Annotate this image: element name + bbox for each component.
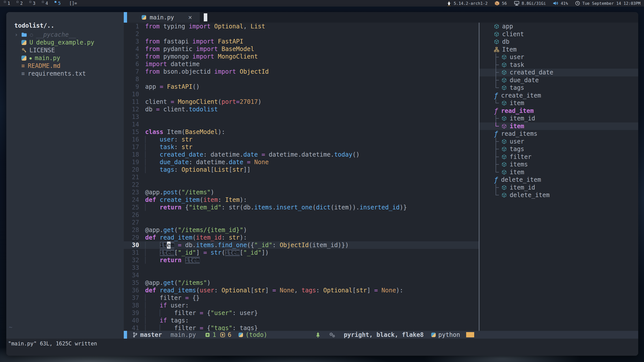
code-line-35[interactable]: 35@app.get("/items") <box>124 279 479 287</box>
outline-item-item[interactable]: item <box>479 168 638 176</box>
outline-item-item_id[interactable]: item_id <box>479 184 638 192</box>
command-line[interactable]: "main.py" 63L, 1625C written <box>6 339 638 356</box>
code-line-37[interactable]: 37▏ filter = {} <box>124 294 479 302</box>
workspace-label: 5 <box>58 1 61 6</box>
code-line-16[interactable]: 16▏ user: str <box>124 136 479 143</box>
tab-main-py[interactable]: main.py × <box>127 12 200 23</box>
file-tree-panel[interactable]: todolist/.. ›◌__pycache__Udebug_example.… <box>6 12 124 339</box>
code-line-6[interactable]: 6import datetime <box>124 60 479 68</box>
outline-item-item_id[interactable]: item_id <box>479 115 638 122</box>
code-line-20[interactable]: 20▏ tags: Optional[List[str]] <box>124 166 479 173</box>
code-line-34[interactable]: 34 <box>124 272 479 279</box>
outline-item-app[interactable]: app <box>479 23 638 30</box>
outline-item-item[interactable]: item <box>479 122 638 130</box>
code-line-7[interactable]: 7from bson.objectid import ObjectId <box>124 68 479 75</box>
code-line-36[interactable]: 36def read_items(user: Optional[str] = N… <box>124 287 479 294</box>
chevron-right-icon[interactable]: › <box>15 31 18 38</box>
workspace-4[interactable]: 4 <box>41 1 50 6</box>
code-line-17[interactable]: 17▏ task: str <box>124 143 479 151</box>
code-line-9[interactable]: 9app = FastAPI() <box>124 83 479 90</box>
code-line-25[interactable]: 25▏ return {"item_id": str(db.items.inse… <box>124 204 479 211</box>
code-line-18[interactable]: 18▏ created_date: datetime.date = dateti… <box>124 151 479 158</box>
variable-cube-icon <box>502 154 507 159</box>
code-line-29[interactable]: 29def read_item(item_id: str): <box>124 234 479 241</box>
outline-item-Item[interactable]: Item <box>479 46 638 54</box>
code-line-14[interactable]: 14 <box>124 121 479 128</box>
code-line-27[interactable]: 27 <box>124 219 479 226</box>
code-line-1[interactable]: 1from typing import Optional, List <box>124 23 479 30</box>
code-line-21[interactable]: 21 <box>124 173 479 181</box>
code-line-26[interactable]: 26 <box>124 211 479 219</box>
workspace-switcher: 12345 <box>3 1 66 6</box>
workspace-1[interactable]: 1 <box>3 1 12 6</box>
outline-item-items[interactable]: items <box>479 161 638 168</box>
added-lines-icon <box>205 332 210 337</box>
outline-item-tags[interactable]: tags <box>479 145 638 153</box>
tree-connector <box>496 69 502 76</box>
tree-item-main.py[interactable]: ●main.py <box>6 54 124 62</box>
code-line-32[interactable]: 32▏ return item <box>124 256 479 264</box>
code-line-38[interactable]: 38▏ if user: <box>124 302 479 309</box>
outline-item-filter[interactable]: filter <box>479 153 638 161</box>
outline-item-read_items[interactable]: ƒread_items <box>479 130 638 138</box>
code-line-5[interactable]: 5from pymongo import MongoClient <box>124 53 479 60</box>
code-text: from pymongo import MongoClient <box>139 53 258 60</box>
code-line-10[interactable]: 10 <box>124 90 479 98</box>
code-line-2[interactable]: 2 <box>124 30 479 38</box>
workspace-2[interactable]: 2 <box>15 1 24 6</box>
line-number: 41 <box>124 324 139 331</box>
outline-item-item[interactable]: item <box>479 99 638 107</box>
outline-item-create_item[interactable]: ƒcreate_item <box>479 92 638 100</box>
outline-item-due_date[interactable]: due_date <box>479 76 638 84</box>
outline-label: read_item <box>501 107 534 114</box>
tree-connector <box>496 76 502 84</box>
variable-cube-icon <box>502 85 507 90</box>
code-line-15[interactable]: 15class Item(BaseModel): <box>124 128 479 136</box>
outline-item-task[interactable]: task <box>479 61 638 69</box>
code-line-8[interactable]: 8 <box>124 75 479 83</box>
outline-label: item_id <box>510 115 535 122</box>
code-line-30[interactable]: 30▏ item = db.items.find_one({"_id": Obj… <box>124 241 479 249</box>
outline-item-tags[interactable]: tags <box>479 84 638 92</box>
symbols-outline-panel[interactable]: appclientdbItemusertaskcreated_datedue_d… <box>479 23 638 331</box>
code-text <box>139 272 145 279</box>
code-line-19[interactable]: 19▏ due_date: datetime.date = None <box>124 158 479 166</box>
outline-item-delete_item[interactable]: delete_item <box>479 191 638 199</box>
tree-item-requirements.txt[interactable]: ≡requirements.txt <box>6 70 124 77</box>
line-number: 30 <box>124 241 139 249</box>
tree-item-debug_example.py[interactable]: Udebug_example.py <box>6 38 124 46</box>
code-line-24[interactable]: 24def create_item(item: Item): <box>124 196 479 204</box>
outline-item-client[interactable]: client <box>479 30 638 38</box>
tree-item-README.md[interactable]: ≡README.md <box>6 62 124 70</box>
code-line-41[interactable]: 41▏ ▏ filter = {"tags": tags} <box>124 324 479 331</box>
code-line-11[interactable]: 11client = MongoClient(port=27017) <box>124 98 479 106</box>
code-line-33[interactable]: 33 <box>124 264 479 272</box>
close-icon[interactable]: × <box>188 14 192 21</box>
workspace-5[interactable]: 5 <box>53 1 62 6</box>
outline-item-created_date[interactable]: created_date <box>479 69 638 76</box>
code-line-23[interactable]: 23@app.post("/items") <box>124 189 479 196</box>
tree-item-__pycache__[interactable]: ›◌__pycache__ <box>6 31 124 38</box>
outline-label: user <box>510 54 524 61</box>
code-line-39[interactable]: 39▏ ▏ filter = {"user": user} <box>124 309 479 317</box>
outline-label: client <box>502 31 524 38</box>
code-line-40[interactable]: 40▏ if tags: <box>124 317 479 324</box>
code-line-3[interactable]: 3from fastapi import FastAPI <box>124 38 479 45</box>
outline-item-read_item[interactable]: ƒread_item <box>479 107 638 115</box>
outline-label: item <box>510 123 524 130</box>
code-line-28[interactable]: 28@app.get("/items/{item_id}") <box>124 226 479 234</box>
tree-item-LICENSE[interactable]: LICENSE <box>6 46 124 54</box>
workspace-3[interactable]: 3 <box>28 1 37 6</box>
code-line-22[interactable]: 22 <box>124 181 479 189</box>
outline-label: due_date <box>510 77 539 84</box>
outline-item-user[interactable]: user <box>479 138 638 146</box>
code-line-13[interactable]: 13 <box>124 113 479 121</box>
outline-item-user[interactable]: user <box>479 53 638 61</box>
code-line-31[interactable]: 31▏ item["_id"] = str(item["_id"]) <box>124 249 479 256</box>
outline-item-db[interactable]: db <box>479 38 638 46</box>
code-text: @app.get("/items/{item_id}") <box>139 226 247 234</box>
code-line-12[interactable]: 12db = client.todolist <box>124 106 479 113</box>
code-line-4[interactable]: 4from pydantic import BaseModel <box>124 45 479 53</box>
outline-item-delete_item[interactable]: ƒdelete_item <box>479 176 638 184</box>
code-editor[interactable]: 1from typing import Optional, List23from… <box>124 23 479 331</box>
